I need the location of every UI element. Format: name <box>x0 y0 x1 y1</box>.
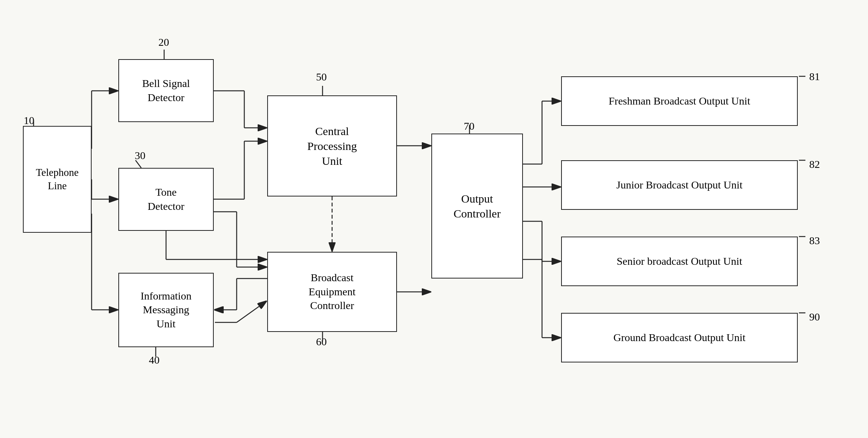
svg-line-27 <box>237 301 266 322</box>
label-10: 10 <box>24 114 34 127</box>
bell-signal-detector-block: Bell SignalDetector <box>118 59 214 122</box>
information-messaging-unit-block: InformationMessagingUnit <box>118 273 214 347</box>
label-70: 70 <box>464 120 474 132</box>
ground-broadcast-label: Ground Broadcast Output Unit <box>613 331 745 345</box>
freshman-broadcast-label: Freshman Broadcast Output Unit <box>609 94 750 108</box>
label-81: 81 <box>809 71 820 83</box>
output-controller-label: OutputController <box>453 191 500 221</box>
junior-broadcast-label: Junior Broadcast Output Unit <box>616 178 743 192</box>
central-processing-unit-label: CentralProcessingUnit <box>307 124 357 168</box>
ground-broadcast-block: Ground Broadcast Output Unit <box>561 313 798 362</box>
label-40: 40 <box>149 354 160 366</box>
senior-broadcast-label: Senior broadcast Output Unit <box>617 254 742 268</box>
freshman-broadcast-block: Freshman Broadcast Output Unit <box>561 76 798 126</box>
diagram-container: 10 20 30 40 50 60 70 81 82 83 90 Telepho… <box>0 0 868 438</box>
telephone-line-block: Telephone Line <box>23 126 92 233</box>
label-20: 20 <box>158 36 169 48</box>
tone-detector-label: ToneDetector <box>148 185 184 213</box>
junior-broadcast-block: Junior Broadcast Output Unit <box>561 160 798 210</box>
label-82: 82 <box>809 158 820 171</box>
central-processing-unit-block: CentralProcessingUnit <box>267 95 397 196</box>
label-50: 50 <box>316 71 327 83</box>
output-controller-block: OutputController <box>431 134 523 279</box>
senior-broadcast-block: Senior broadcast Output Unit <box>561 237 798 286</box>
tone-detector-block: ToneDetector <box>118 168 214 231</box>
label-83: 83 <box>809 235 820 247</box>
information-messaging-unit-label: InformationMessagingUnit <box>140 289 192 331</box>
label-30: 30 <box>135 150 145 162</box>
bell-signal-detector-label: Bell SignalDetector <box>142 77 190 105</box>
broadcast-equipment-controller-label: BroadcastEquipmentController <box>309 271 356 312</box>
label-60: 60 <box>316 336 327 348</box>
telephone-line-label: Telephone Line <box>27 166 88 193</box>
label-90: 90 <box>809 311 820 323</box>
broadcast-equipment-controller-block: BroadcastEquipmentController <box>267 252 397 332</box>
